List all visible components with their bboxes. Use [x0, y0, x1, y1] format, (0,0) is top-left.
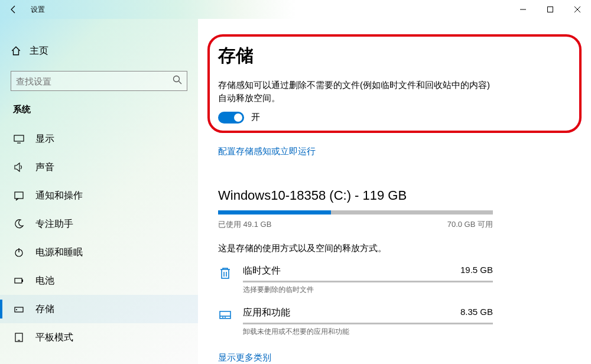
category-size: 19.5 GB	[460, 265, 493, 277]
battery-icon	[13, 275, 25, 286]
close-button[interactable]	[564, 0, 591, 19]
window-title: 设置	[31, 5, 45, 15]
tablet-icon	[13, 332, 25, 343]
nav-label: 电池	[35, 275, 54, 287]
storage-sense-toggle-row: 开	[218, 112, 566, 124]
svg-point-1	[174, 76, 180, 82]
titlebar: 设置	[0, 0, 591, 19]
category-title: 临时文件	[243, 265, 281, 277]
nav-label: 平板模式	[35, 332, 73, 344]
notification-icon	[13, 190, 25, 201]
trash-icon	[218, 266, 235, 282]
sound-icon	[13, 162, 25, 173]
nav-label: 声音	[35, 161, 54, 174]
sidebar-section-header: 系统	[0, 104, 198, 125]
category-temp-files[interactable]: 临时文件 19.5 GB 选择要删除的临时文件	[218, 265, 493, 295]
nav-label: 显示	[35, 133, 54, 145]
usage-bar-fill	[218, 210, 331, 214]
home-label: 主页	[30, 45, 48, 57]
close-icon	[574, 6, 580, 12]
svg-rect-5	[15, 278, 22, 283]
home-icon	[11, 46, 21, 56]
category-body: 应用和功能 8.35 GB 卸载未使用或不想要的应用和功能	[243, 307, 493, 337]
svg-point-8	[16, 309, 17, 310]
sidebar-item-battery[interactable]: 电池	[0, 266, 198, 295]
back-button[interactable]	[0, 0, 27, 19]
usage-caption: 已使用 49.1 GB 70.0 GB 可用	[218, 219, 493, 230]
minimize-icon	[520, 6, 526, 12]
nav-label: 专注助手	[35, 218, 73, 230]
storage-icon	[13, 304, 25, 314]
storage-sense-description: 存储感知可以通过删除不需要的文件(例如临时文件和回收站中的内容)自动释放空间。	[218, 79, 490, 105]
sidebar-item-focus[interactable]: 专注助手	[0, 210, 198, 238]
usage-bar	[218, 210, 493, 214]
drive-section: Windows10-18358 (C:) - 119 GB 已使用 49.1 G…	[218, 188, 579, 337]
search-field[interactable]	[16, 76, 173, 86]
minimize-button[interactable]	[509, 0, 537, 19]
category-sub: 选择要删除的临时文件	[243, 285, 493, 295]
nav-label: 电源和睡眠	[35, 246, 83, 259]
search-icon	[173, 75, 182, 87]
storage-sense-toggle[interactable]	[218, 112, 244, 124]
category-size: 8.35 GB	[460, 307, 493, 319]
home-link[interactable]: 主页	[0, 39, 198, 63]
show-more-categories-link[interactable]: 显示更多类别	[218, 352, 271, 363]
category-body: 临时文件 19.5 GB 选择要删除的临时文件	[243, 265, 493, 295]
configure-storage-sense-link[interactable]: 配置存储感知或立即运行	[218, 146, 316, 157]
nav-label: 存储	[35, 303, 54, 316]
nav-label: 通知和操作	[35, 190, 83, 202]
power-icon	[13, 247, 25, 258]
svg-rect-2	[14, 135, 24, 141]
main-panel: 存储 存储感知可以通过删除不需要的文件(例如临时文件和回收站中的内容)自动释放空…	[198, 19, 591, 364]
svg-rect-3	[15, 192, 23, 199]
toggle-label: 开	[251, 112, 260, 123]
used-label: 已使用 49.1 GB	[218, 219, 271, 230]
sidebar-item-storage[interactable]: 存储	[0, 295, 198, 323]
svg-rect-0	[548, 7, 553, 12]
search-input[interactable]	[11, 71, 187, 91]
content: 主页 系统 显示 声音 通知和操作 专注助手 电源和睡眠 电池	[0, 19, 591, 364]
moon-icon	[13, 219, 25, 229]
maximize-icon	[547, 6, 553, 12]
maximize-button[interactable]	[537, 0, 564, 19]
highlight-box: 存储 存储感知可以通过删除不需要的文件(例如临时文件和回收站中的内容)自动释放空…	[207, 34, 582, 133]
usage-description: 这是存储的使用方式以及空间的释放方式。	[218, 243, 579, 254]
sidebar: 主页 系统 显示 声音 通知和操作 专注助手 电源和睡眠 电池	[0, 19, 198, 364]
apps-icon	[218, 308, 235, 324]
sidebar-item-notifications[interactable]: 通知和操作	[0, 181, 198, 210]
sidebar-item-display[interactable]: 显示	[0, 125, 198, 153]
drive-title: Windows10-18358 (C:) - 119 GB	[218, 188, 579, 203]
page-title: 存储	[218, 44, 566, 68]
category-sub: 卸载未使用或不想要的应用和功能	[243, 327, 493, 337]
svg-rect-6	[22, 280, 23, 282]
sidebar-item-sound[interactable]: 声音	[0, 153, 198, 181]
category-bar	[243, 323, 493, 324]
category-bar	[243, 281, 493, 282]
sidebar-item-power[interactable]: 电源和睡眠	[0, 238, 198, 266]
category-apps[interactable]: 应用和功能 8.35 GB 卸载未使用或不想要的应用和功能	[218, 307, 493, 337]
category-title: 应用和功能	[243, 307, 290, 319]
display-icon	[13, 134, 25, 144]
sidebar-item-tablet[interactable]: 平板模式	[0, 323, 198, 352]
free-label: 70.0 GB 可用	[447, 219, 493, 230]
window-controls	[509, 0, 591, 19]
arrow-left-icon	[9, 5, 18, 14]
